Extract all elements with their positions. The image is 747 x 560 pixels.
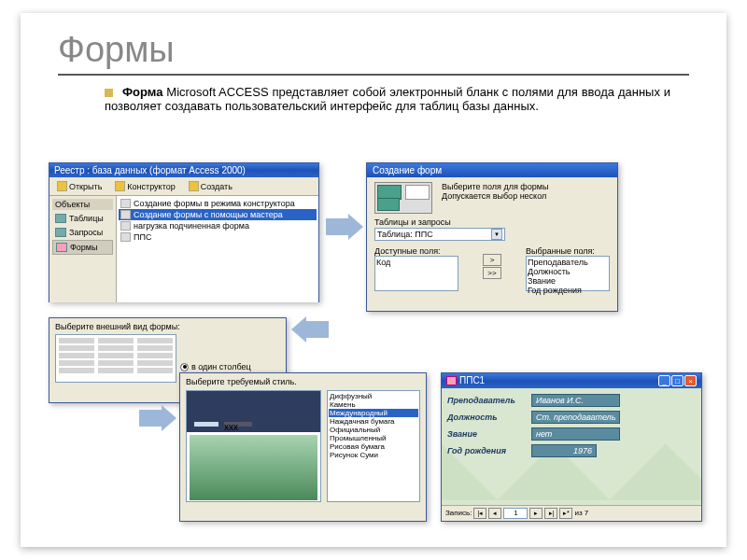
sidebar-label: Запросы xyxy=(69,228,103,237)
nav-current[interactable]: 1 xyxy=(503,508,528,519)
style-title: Выберите требуемый стиль. xyxy=(186,377,420,386)
list-item: Промышленный xyxy=(329,434,418,442)
nav-label: Запись: xyxy=(445,509,472,517)
nav-prev-button[interactable]: ◂ xyxy=(488,508,501,519)
minimize-icon[interactable]: _ xyxy=(658,375,670,386)
wizard-icon xyxy=(120,199,131,208)
nav-next-button[interactable]: ▸ xyxy=(529,508,543,519)
open-button[interactable]: Открыть xyxy=(53,179,106,193)
open-label: Открыть xyxy=(69,182,102,191)
field-value[interactable]: Иванов И.С. xyxy=(531,394,620,407)
form-title: ППС1 xyxy=(459,375,485,385)
create-icon xyxy=(189,181,199,191)
list-label: нагрузка подчиненная форма xyxy=(134,221,249,231)
field-label: Год рождения xyxy=(447,446,524,455)
wizard-body: Выберите поля для формы Допускается выбо… xyxy=(367,177,617,309)
forms-icon xyxy=(56,243,67,252)
add-one-button[interactable]: > xyxy=(483,254,501,266)
chosen-col: Выбранные поля: Преподаватель Должность … xyxy=(526,245,610,291)
add-all-button[interactable]: >> xyxy=(483,267,501,279)
create-button[interactable]: Создать xyxy=(185,179,236,193)
db-toolbar: Открыть Конструктор Создать xyxy=(49,177,318,196)
list-item: Рисовая бумага xyxy=(329,442,418,451)
preview-label: xxx xyxy=(224,422,252,427)
body-rest: Microsoft ACCESS представляет собой элек… xyxy=(105,85,670,113)
list-item: Международный xyxy=(329,409,418,417)
style-list[interactable]: Диффузный Камень Международный Наждачная… xyxy=(327,390,420,502)
nav-new-button[interactable]: ▸* xyxy=(559,508,572,519)
field-value[interactable]: Ст. преподаватель xyxy=(531,411,620,424)
list-item[interactable]: ППС xyxy=(119,231,317,243)
form-wizard-window: Создание форм Выберите поля для формы До… xyxy=(366,162,618,312)
queries-icon xyxy=(55,228,66,237)
chosen-list[interactable]: Преподаватель Должность Звание Год рожде… xyxy=(526,256,610,291)
chevron-down-icon: ▼ xyxy=(491,229,502,240)
design-button[interactable]: Конструктор xyxy=(111,179,178,193)
appearance-title: Выберите внешний вид формы: xyxy=(55,322,280,331)
db-titlebar: Реестр : база данных (формат Access 2000… xyxy=(49,163,318,177)
record-navigator: Запись: |◂ ◂ 1 ▸ ▸| ▸* из 7 xyxy=(442,505,701,520)
style-head: Выберите требуемый стиль. xyxy=(180,373,426,386)
bullet-icon xyxy=(105,89,113,97)
arrow-icon xyxy=(326,214,363,240)
list-item: Официальный xyxy=(329,426,418,434)
field-label: Преподаватель xyxy=(447,396,524,405)
close-icon[interactable]: × xyxy=(684,375,697,386)
available-list[interactable]: Код xyxy=(374,256,458,291)
wizard-hint: Выберите поля для формы Допускается выбо… xyxy=(442,182,610,214)
list-item: Диффузный xyxy=(329,392,418,400)
sidebar-label: Формы xyxy=(70,243,98,252)
form-icon xyxy=(120,232,131,242)
list-item: Преподаватель xyxy=(528,258,608,267)
design-icon xyxy=(115,181,125,191)
wizard-columns: Доступные поля: Код > >> Выбранные поля:… xyxy=(374,245,610,291)
select-value: Таблица: ППС xyxy=(377,230,433,239)
map-bg xyxy=(190,435,317,500)
db-list: Создание формы в режима конструктора Соз… xyxy=(117,196,318,302)
table-select[interactable]: Таблица: ППС▼ xyxy=(374,228,505,241)
avail-label: Доступные поля: xyxy=(374,246,458,256)
sidebar-item-forms[interactable]: Формы xyxy=(52,240,113,255)
field-value[interactable]: нет xyxy=(531,427,620,441)
hint-line: Выберите поля для формы xyxy=(442,182,610,191)
nav-total: из 7 xyxy=(574,509,588,517)
slide-body: Форма Microsoft ACCESS представляет собо… xyxy=(105,85,670,113)
list-item: Наждачная бумага xyxy=(329,417,418,426)
diagram-canvas: Реестр : база данных (формат Access 2000… xyxy=(49,162,698,528)
style-window: Выберите требуемый стиль. xxx Диффузный … xyxy=(179,372,427,522)
list-item[interactable]: Создание формы в режима конструктора xyxy=(119,198,317,209)
sidebar-item-queries[interactable]: Запросы xyxy=(52,226,113,239)
maximize-icon[interactable]: □ xyxy=(671,375,684,386)
list-item: Должность xyxy=(528,267,608,276)
sidebar-item-tables[interactable]: Таблицы xyxy=(52,212,113,225)
database-window: Реестр : база данных (формат Access 2000… xyxy=(49,162,319,302)
wizard-illustration xyxy=(374,182,432,214)
nav-last-button[interactable]: ▸| xyxy=(544,508,557,519)
tables-icon xyxy=(55,214,66,223)
field-label: Звание xyxy=(447,429,524,439)
list-label: ППС xyxy=(134,232,151,242)
list-item: Звание xyxy=(528,276,608,286)
form-icon xyxy=(120,221,131,231)
arrow-icon xyxy=(139,405,176,431)
sidebar-label: Таблицы xyxy=(69,214,104,223)
open-icon xyxy=(57,181,67,191)
nav-first-button[interactable]: |◂ xyxy=(473,508,486,519)
list-item: Год рождения xyxy=(528,286,608,295)
list-item: Камень xyxy=(329,400,418,409)
sidebar-header: Объекты xyxy=(52,199,113,210)
slide: Формы Форма Microsoft ACCESS представляе… xyxy=(21,13,726,547)
style-preview: xxx xyxy=(186,390,321,502)
list-item: Код xyxy=(376,258,457,267)
field-value[interactable]: 1976 xyxy=(531,444,597,457)
db-body: Объекты Таблицы Запросы Формы Создание ф… xyxy=(49,196,318,302)
list-item[interactable]: нагрузка подчиненная форма xyxy=(119,220,317,231)
arrow-icon xyxy=(291,316,329,343)
form-titlebar: ППС1 _□× xyxy=(442,373,701,388)
wizard-icon xyxy=(120,210,131,219)
style-body: xxx Диффузный Камень Международный Нажда… xyxy=(180,386,426,518)
create-label: Создать xyxy=(201,182,233,191)
list-item[interactable]: Создание формы с помощью мастера xyxy=(119,209,317,220)
slide-title: Формы xyxy=(58,30,689,70)
radio-label: в один столбец xyxy=(191,362,251,371)
